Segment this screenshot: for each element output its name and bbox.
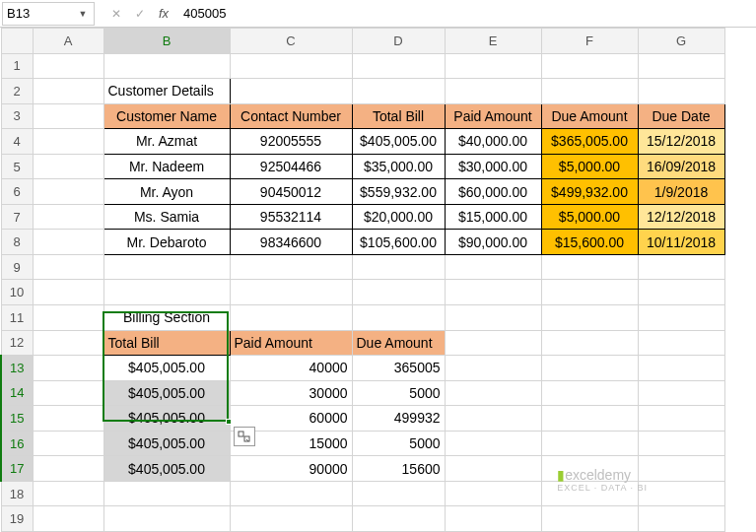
col-header-E[interactable]: E (445, 29, 541, 54)
t1-cell[interactable]: Mr. Nadeem (103, 154, 230, 179)
col-header-F[interactable]: F (541, 29, 638, 54)
t1-cell[interactable]: 90450012 (230, 179, 352, 205)
t1-hdr-name[interactable]: Customer Name (103, 103, 230, 129)
row-header[interactable]: 3 (1, 103, 33, 129)
t2-cell[interactable]: 30000 (230, 380, 352, 406)
t1-date[interactable]: 1/9/2018 (638, 179, 724, 205)
svg-rect-1 (244, 436, 249, 441)
t1-hdr-contact[interactable]: Contact Number (230, 103, 352, 129)
row-header[interactable]: 13 (1, 356, 33, 381)
autofill-options-button[interactable] (234, 427, 255, 446)
t1-cell[interactable]: $559,932.00 (352, 179, 445, 205)
row-header[interactable]: 16 (1, 431, 33, 456)
t1-cell[interactable]: $405,005.00 (352, 129, 445, 155)
row-header[interactable]: 10 (1, 280, 33, 305)
t2-cell[interactable]: 40000 (230, 356, 352, 381)
row-header[interactable]: 4 (1, 129, 33, 155)
t1-cell[interactable]: $105,600.00 (352, 230, 445, 255)
col-header-D[interactable]: D (352, 29, 445, 54)
t1-cell[interactable]: 98346600 (230, 230, 352, 255)
billing-section-title[interactable]: Billing Section (103, 305, 230, 331)
t1-cell[interactable]: $90,000.00 (445, 230, 541, 255)
t1-cell[interactable]: 92504466 (230, 154, 352, 179)
t1-cell[interactable]: $30,000.00 (445, 154, 541, 179)
row-header[interactable]: 7 (1, 204, 33, 230)
col-header-C[interactable]: C (230, 29, 352, 54)
fx-icon[interactable]: fx (152, 3, 175, 25)
t1-due[interactable]: $365,005.00 (541, 129, 638, 155)
t1-cell[interactable]: Mr. Debaroto (103, 230, 230, 255)
t2-cell[interactable]: 5000 (352, 431, 445, 456)
row-header[interactable]: 14 (1, 380, 33, 406)
t1-due[interactable]: $499,932.00 (541, 179, 638, 205)
formula-controls: ✕ ✓ fx (104, 3, 175, 25)
name-box-text: B13 (7, 6, 76, 21)
fill-handle[interactable] (226, 419, 232, 425)
row-header[interactable]: 15 (1, 406, 33, 432)
name-box[interactable]: B13 ▼ (2, 2, 95, 26)
t1-due[interactable]: $5,000.00 (541, 204, 638, 230)
t2-hdr-paid[interactable]: Paid Amount (230, 330, 352, 356)
spreadsheet-grid[interactable]: A B C D E F G 1 2 Customer Details 3 Cus… (0, 28, 725, 532)
t1-cell[interactable]: $35,000.00 (352, 154, 445, 179)
row-header[interactable]: 9 (1, 254, 33, 280)
t1-date[interactable]: 15/12/2018 (638, 129, 724, 155)
t1-cell[interactable]: Mr. Azmat (103, 129, 230, 155)
t1-due[interactable]: $5,000.00 (541, 154, 638, 179)
row-header[interactable]: 12 (1, 330, 33, 356)
row-header[interactable]: 18 (1, 481, 33, 506)
t2-cell[interactable]: $405,005.00 (103, 406, 230, 432)
name-box-dropdown-icon[interactable]: ▼ (76, 9, 90, 19)
t2-cell[interactable]: $405,005.00 (103, 456, 230, 482)
t1-hdr-date[interactable]: Due Date (638, 103, 724, 129)
t2-cell[interactable]: 499932 (352, 406, 445, 432)
row-header[interactable]: 19 (1, 506, 33, 532)
row-header[interactable]: 17 (1, 456, 33, 482)
t1-hdr-total[interactable]: Total Bill (352, 103, 445, 129)
t1-cell[interactable]: $40,000.00 (445, 129, 541, 155)
svg-rect-0 (239, 432, 243, 436)
t1-cell[interactable]: $60,000.00 (445, 179, 541, 205)
enter-formula-icon: ✓ (128, 3, 152, 25)
col-header-G[interactable]: G (638, 29, 724, 54)
row-header[interactable]: 1 (1, 53, 33, 79)
t2-cell[interactable]: 365005 (352, 356, 445, 381)
cancel-formula-icon: ✕ (104, 3, 128, 25)
select-all-corner[interactable] (1, 29, 33, 54)
t1-hdr-due[interactable]: Due Amount (541, 103, 638, 129)
t1-date[interactable]: 10/11/2018 (638, 230, 724, 255)
t1-cell[interactable]: 95532114 (230, 204, 352, 230)
row-header[interactable]: 8 (1, 230, 33, 255)
t2-cell[interactable]: 15600 (352, 456, 445, 482)
t2-hdr-due[interactable]: Due Amount (352, 330, 445, 356)
t1-date[interactable]: 12/12/2018 (638, 204, 724, 230)
formula-bar-area: B13 ▼ ✕ ✓ fx 405005 (0, 0, 756, 28)
t2-cell[interactable]: $405,005.00 (103, 431, 230, 456)
t1-cell[interactable]: Ms. Samia (103, 204, 230, 230)
t2-cell-active[interactable]: $405,005.00 (103, 356, 230, 381)
t1-due[interactable]: $15,600.00 (541, 230, 638, 255)
col-header-A[interactable]: A (33, 29, 103, 54)
t1-cell[interactable]: 92005555 (230, 129, 352, 155)
t2-hdr-total[interactable]: Total Bill (103, 330, 230, 356)
row-header[interactable]: 11 (1, 305, 33, 331)
t1-cell[interactable]: $15,000.00 (445, 204, 541, 230)
t1-date[interactable]: 16/09/2018 (638, 154, 724, 179)
t1-hdr-paid[interactable]: Paid Amount (445, 103, 541, 129)
column-header-row: A B C D E F G (1, 29, 724, 54)
t1-cell[interactable]: Mr. Ayon (103, 179, 230, 205)
row-header[interactable]: 2 (1, 79, 33, 104)
row-header[interactable]: 6 (1, 179, 33, 205)
grid-container: A B C D E F G 1 2 Customer Details 3 Cus… (0, 28, 756, 532)
t2-cell[interactable]: $405,005.00 (103, 380, 230, 406)
t2-cell[interactable]: 5000 (352, 380, 445, 406)
customer-details-title[interactable]: Customer Details (103, 79, 230, 104)
t2-cell[interactable]: 90000 (230, 456, 352, 482)
t1-cell[interactable]: $20,000.00 (352, 204, 445, 230)
formula-input[interactable]: 405005 (175, 2, 756, 26)
col-header-B[interactable]: B (103, 29, 230, 54)
row-header[interactable]: 5 (1, 154, 33, 179)
